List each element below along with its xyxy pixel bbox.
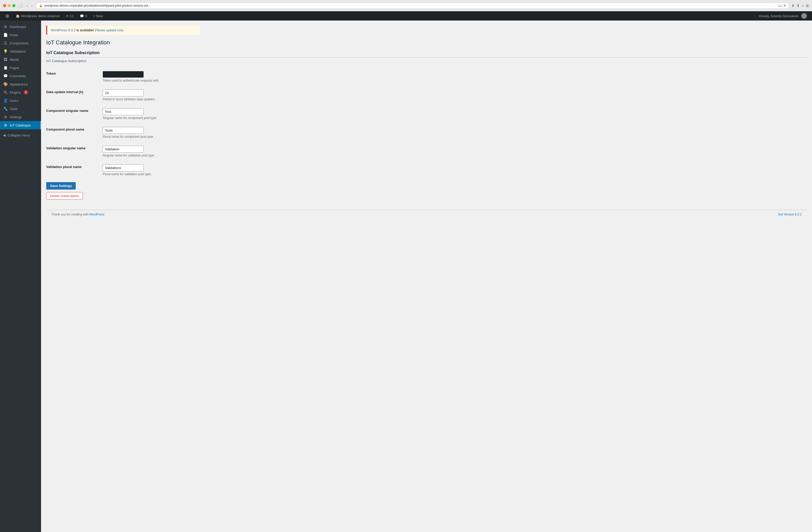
validation-plural-input[interactable]: [103, 164, 144, 171]
admin-bar-new[interactable]: + New: [91, 11, 105, 20]
tools-icon: 🔧: [3, 107, 8, 111]
tabs-button[interactable]: ⊞: [806, 4, 809, 8]
close-button[interactable]: [3, 4, 6, 7]
component-plural-row: Component plural name Plural name for co…: [46, 123, 807, 142]
sidebar-item-pages[interactable]: 📋 Pages: [0, 64, 41, 72]
sidebar-label-validations: Validations: [10, 49, 26, 53]
validation-plural-row: Validation plural name Plural name for v…: [46, 161, 807, 180]
sidebar-label-settings: Settings: [10, 115, 22, 119]
validation-plural-cell: Plural name for validation post type.: [103, 161, 807, 180]
section-desc: IoT Catalogue Subscription: [46, 59, 807, 63]
admin-bar-updates[interactable]: ⟳ 11: [63, 11, 76, 20]
admin-bar-wp-logo[interactable]: ⊛: [3, 11, 12, 20]
admin-bar-user[interactable]: Howdy, Antonio Goncalves: [756, 11, 809, 20]
collapse-label: Collapse menu: [8, 133, 30, 137]
sidebar-item-tools[interactable]: 🔧 Tools: [0, 105, 41, 113]
security-icon: 🔒: [39, 4, 43, 8]
components-icon: ☰: [3, 41, 8, 45]
wp-footer: Thank you for creating with WordPress Ge…: [46, 210, 807, 219]
sidebar-toggle-button[interactable]: ⬜: [18, 3, 23, 8]
wp-sidebar: ⊞ Dashboard 📄 Posts ☰ Components 💡 Valid…: [0, 20, 41, 532]
avatar: [801, 13, 807, 19]
sidebar-item-media[interactable]: 🖼 Media: [0, 55, 41, 64]
comments-count: 0: [85, 14, 87, 18]
sidebar-item-comments[interactable]: 💬 Comments: [0, 72, 41, 80]
sidebar-item-components[interactable]: ☰ Components: [0, 39, 41, 47]
footer-wp-link[interactable]: WordPress: [89, 213, 104, 216]
comments-nav-icon: 💬: [3, 74, 8, 78]
data-update-interval-description: Period in hours between data updates.: [103, 98, 807, 101]
component-singular-input[interactable]: [103, 108, 144, 115]
validation-singular-input[interactable]: [103, 146, 144, 153]
component-plural-cell: Plural name for component post type.: [103, 123, 807, 142]
maximize-button[interactable]: [12, 4, 15, 7]
admin-bar-comments[interactable]: 💬 0: [77, 11, 90, 20]
settings-icon: ⚙: [3, 115, 8, 119]
delete-subscription-button[interactable]: Delete Subscription: [46, 192, 83, 200]
new-tab-button[interactable]: +: [802, 4, 804, 8]
update-notice: WordPress 6.0.2 is available! Please upd…: [46, 26, 200, 35]
footer-thank-you: Thank you for creating with: [51, 213, 89, 216]
sidebar-collapse[interactable]: ◀ Collapse menu: [0, 131, 41, 139]
home-icon: 🏠: [16, 14, 20, 18]
sidebar-item-settings[interactable]: ⚙ Settings: [0, 113, 41, 121]
forward-button[interactable]: ›: [30, 3, 34, 8]
reload-icon[interactable]: ↻: [784, 4, 786, 8]
buttons-row: Save Settings Delete Subscription: [46, 182, 807, 200]
footer-version-link[interactable]: Get Version 6.0.2: [778, 213, 802, 216]
sidebar-item-iot-catalogue[interactable]: ⚙ IoT Catalogue: [0, 121, 41, 129]
validation-plural-label: Validation plural name: [46, 161, 103, 180]
sidebar-label-comments: Comments: [10, 74, 26, 78]
wp-logo-icon: ⊛: [5, 13, 10, 19]
sidebar-label-iot-catalogue: IoT Catalogue: [10, 123, 31, 127]
sidebar-item-dashboard[interactable]: ⊞ Dashboard: [0, 23, 41, 31]
component-singular-cell: Singular name for component post type.: [103, 105, 807, 123]
downloads-button[interactable]: ⬇: [792, 4, 795, 8]
reader-mode-icon: 📖: [778, 4, 782, 8]
token-label: Token: [46, 68, 103, 86]
updates-count: 11: [70, 14, 74, 18]
component-singular-row: Component singular name Singular name fo…: [46, 105, 807, 123]
section-title: IoT Catalogue Subscription: [46, 50, 807, 57]
data-update-interval-row: Data update interval (h) Period in hours…: [46, 86, 807, 105]
component-plural-input[interactable]: [103, 127, 144, 134]
main-content: WordPress 6.0.2 is available! Please upd…: [41, 20, 812, 532]
admin-bar-site-name[interactable]: 🏠 Wordpress demo instance: [13, 11, 62, 20]
sidebar-label-media: Media: [10, 58, 19, 62]
minimize-button[interactable]: [8, 4, 11, 7]
token-row: Token Token used to authenticate request…: [46, 68, 807, 86]
pages-icon: 📋: [3, 66, 8, 70]
sidebar-label-plugins: Plugins: [10, 91, 21, 94]
data-update-interval-label: Data update interval (h): [46, 86, 103, 105]
media-icon: 🖼: [3, 57, 8, 62]
address-bar[interactable]: 🔒 wordpress.demos.unparallel.pt/validati…: [36, 3, 789, 9]
plugins-badge: 7: [24, 90, 28, 94]
component-plural-label: Component plural name: [46, 123, 103, 142]
wp-admin-bar: ⊛ 🏠 Wordpress demo instance ⟳ 11 💬 0 + N…: [0, 11, 812, 20]
sidebar-item-posts[interactable]: 📄 Posts: [0, 31, 41, 39]
wp-version-link[interactable]: WordPress 6.0.2: [51, 28, 76, 32]
collapse-icon: ◀: [3, 133, 6, 137]
token-description: Token used to authenticate requests with…: [103, 79, 807, 82]
data-update-interval-cell: Period in hours between data updates.: [103, 86, 807, 105]
share-button[interactable]: ⬆: [797, 4, 800, 8]
back-button[interactable]: ‹: [25, 3, 29, 8]
validations-icon: 💡: [3, 49, 8, 53]
sidebar-item-plugins[interactable]: 🔌 Plugins 7: [0, 88, 41, 97]
dashboard-icon: ⊞: [3, 25, 8, 29]
data-update-interval-input[interactable]: [103, 90, 144, 97]
update-now-link[interactable]: Please update now.: [95, 28, 124, 32]
browser-actions: ⬇ ⬆ + ⊞: [792, 4, 809, 8]
comments-icon: 💬: [80, 14, 84, 18]
component-singular-description: Singular name for component post type.: [103, 116, 807, 120]
traffic-lights: [3, 4, 15, 7]
save-settings-button[interactable]: Save Settings: [46, 182, 76, 190]
validation-singular-label: Validation singular name: [46, 142, 103, 161]
updates-icon: ⟳: [66, 14, 69, 18]
sidebar-item-validations[interactable]: 💡 Validations: [0, 47, 41, 55]
component-plural-description: Plural name for component post type.: [103, 135, 807, 138]
site-name-label: Wordpress demo instance: [21, 14, 60, 18]
sidebar-label-pages: Pages: [10, 66, 19, 70]
sidebar-item-users[interactable]: 👤 Users: [0, 97, 41, 105]
sidebar-item-appearance[interactable]: 🎨 Appearance: [0, 80, 41, 88]
